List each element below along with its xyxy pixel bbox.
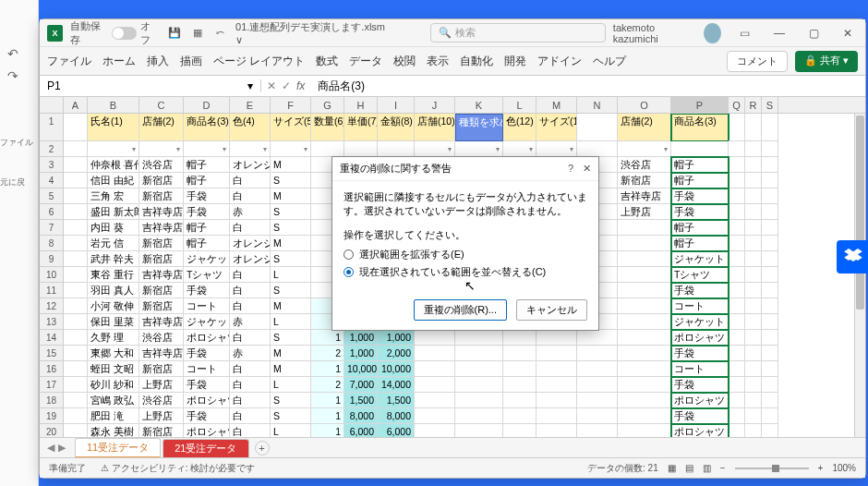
cell[interactable]: 1,000 (378, 330, 415, 346)
ribbon-tab[interactable]: 自動化 (460, 55, 493, 67)
col-header[interactable]: Q (729, 97, 745, 113)
cell[interactable] (745, 346, 762, 361)
cell[interactable] (729, 251, 745, 267)
cell[interactable] (64, 424, 88, 437)
cell[interactable]: 内田 葵 (88, 220, 139, 236)
cell[interactable] (455, 361, 503, 377)
cell[interactable] (729, 267, 745, 283)
cell[interactable]: 吉祥寺店 (139, 346, 184, 361)
cell[interactable]: サイズ(13) (536, 114, 577, 141)
cell[interactable]: ジャケット (184, 314, 230, 330)
cell[interactable]: 手袋 (184, 346, 230, 361)
sheet-tab-1[interactable]: 11受注データ (75, 438, 161, 458)
cell[interactable] (745, 424, 762, 437)
avatar[interactable] (704, 23, 721, 43)
ribbon-tab[interactable]: 描画 (180, 55, 202, 67)
cell[interactable]: コート (671, 298, 729, 314)
cell[interactable]: M (271, 188, 311, 204)
cell[interactable] (745, 114, 762, 141)
cell[interactable]: M (271, 157, 311, 173)
cell[interactable]: 白 (230, 408, 271, 424)
cell[interactable] (64, 361, 88, 377)
cell[interactable]: ポロシャツ (671, 330, 729, 346)
cell[interactable] (762, 204, 778, 220)
cell[interactable]: 手袋 (671, 377, 729, 393)
ribbon-tab[interactable]: 数式 (316, 55, 338, 67)
cell[interactable]: 小河 敬伸 (88, 298, 139, 314)
cell[interactable]: ▾ (184, 141, 230, 157)
cell[interactable]: 商品名(3) (184, 114, 230, 141)
cell[interactable]: 新宿店 (139, 298, 184, 314)
cell[interactable] (729, 393, 745, 408)
cell[interactable]: 武井 幹夫 (88, 251, 139, 267)
cell[interactable]: ▾ (271, 141, 311, 157)
cell[interactable] (64, 204, 88, 220)
vertical-scrollbar[interactable] (854, 114, 865, 437)
cell[interactable]: 渋谷店 (139, 393, 184, 408)
qa-icon[interactable]: ▦ (189, 27, 205, 39)
cell[interactable] (729, 424, 745, 437)
cell[interactable]: M (271, 346, 311, 361)
col-header[interactable]: C (139, 97, 184, 113)
cell[interactable]: 手袋 (671, 346, 729, 361)
row-header[interactable]: 12 (40, 298, 64, 314)
cell[interactable] (455, 346, 503, 361)
cell[interactable]: 森永 美樹 (88, 424, 139, 437)
ribbon-tab[interactable]: 表示 (427, 55, 449, 67)
cell[interactable] (618, 236, 671, 251)
cell[interactable] (729, 157, 745, 173)
cell[interactable] (503, 377, 536, 393)
cell[interactable] (64, 330, 88, 346)
undo-icon[interactable]: ↶ (7, 46, 30, 61)
cell[interactable]: 帽子 (184, 236, 230, 251)
row-header[interactable]: 6 (40, 204, 64, 220)
cell[interactable]: 吉祥寺店 (139, 204, 184, 220)
cell[interactable]: 1 (311, 393, 344, 408)
cell[interactable] (745, 314, 762, 330)
cell[interactable] (729, 330, 745, 346)
cell[interactable]: 帽子 (671, 173, 729, 188)
cell[interactable]: ▾ (415, 141, 455, 157)
cell[interactable] (745, 251, 762, 267)
cell[interactable]: S (271, 173, 311, 188)
col-header[interactable]: H (344, 97, 378, 113)
cell[interactable]: 10,000 (378, 361, 415, 377)
cell[interactable]: 岩元 信 (88, 236, 139, 251)
compute-button[interactable]: 種類を求める (455, 114, 503, 141)
row-header[interactable]: 17 (40, 377, 64, 393)
cell[interactable]: 宮嶋 政弘 (88, 393, 139, 408)
cell[interactable]: 新宿店 (139, 424, 184, 437)
cell[interactable]: 手袋 (184, 204, 230, 220)
cell[interactable] (503, 346, 536, 361)
cell[interactable] (415, 361, 455, 377)
cell[interactable] (618, 377, 671, 393)
ribbon-mode-icon[interactable]: ▭ (734, 27, 755, 40)
cell[interactable]: 手袋 (184, 283, 230, 298)
cell[interactable] (415, 424, 455, 437)
cell[interactable] (762, 408, 778, 424)
cell[interactable] (745, 361, 762, 377)
col-header[interactable]: F (271, 97, 311, 113)
cell[interactable] (745, 267, 762, 283)
cell[interactable] (64, 157, 88, 173)
ribbon-tab[interactable]: ホーム (102, 55, 136, 67)
sheet-tab-2[interactable]: 21受注データ (163, 439, 248, 457)
cell[interactable]: 帽子 (184, 220, 230, 236)
cell[interactable]: 店舗(2) (618, 114, 671, 141)
cell[interactable] (671, 141, 729, 157)
row-header[interactable]: 19 (40, 408, 64, 424)
cell[interactable]: 白 (230, 361, 271, 377)
row-header[interactable]: 13 (40, 314, 64, 330)
cell[interactable] (618, 393, 671, 408)
cell[interactable] (745, 173, 762, 188)
cell[interactable] (64, 408, 88, 424)
cell[interactable]: 新宿店 (139, 251, 184, 267)
cell[interactable]: 手袋 (184, 408, 230, 424)
row-header[interactable]: 14 (40, 330, 64, 346)
view-normal-icon[interactable]: ▦ (668, 463, 676, 473)
cell[interactable]: 6,000 (344, 424, 378, 437)
cell[interactable] (577, 393, 618, 408)
ribbon-tab[interactable]: 開発 (504, 55, 526, 67)
cell[interactable] (455, 424, 503, 437)
cell[interactable]: 手袋 (671, 204, 729, 220)
